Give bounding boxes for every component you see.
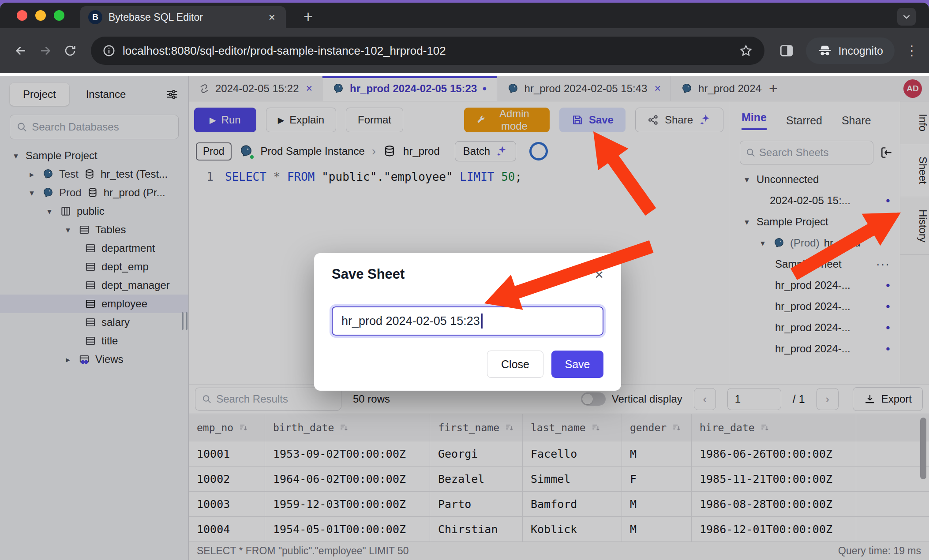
incognito-label: Incognito — [839, 45, 883, 57]
browser-tab-title: Bytebase SQL Editor — [109, 11, 260, 23]
browser-window: B Bytebase SQL Editor × + localhost:8080… — [0, 3, 929, 560]
bookmark-star-icon[interactable] — [739, 44, 753, 58]
sheet-name-input[interactable]: hr_prod 2024-02-05 15:23 — [332, 306, 603, 336]
incognito-badge: Incognito — [806, 37, 895, 64]
bytebase-favicon-icon: B — [88, 10, 102, 24]
text-cursor — [481, 314, 483, 329]
traffic-light-maximize[interactable] — [54, 10, 64, 21]
tab-search-chevron-icon[interactable] — [897, 8, 916, 26]
incognito-icon — [817, 43, 832, 58]
side-panel-icon[interactable] — [775, 41, 798, 61]
forward-icon[interactable] — [35, 41, 56, 61]
new-tab-button[interactable]: + — [303, 9, 313, 25]
url-bar[interactable]: localhost:8080/sql-editor/prod-sample-in… — [91, 37, 764, 65]
close-button[interactable]: Close — [487, 351, 543, 378]
browser-menu-icon[interactable]: ⋮ — [905, 49, 918, 53]
site-info-icon[interactable] — [102, 44, 116, 57]
back-icon[interactable] — [11, 41, 31, 61]
browser-tab[interactable]: B Bytebase SQL Editor × — [80, 6, 286, 28]
dialog-divider — [332, 293, 603, 293]
dialog-save-button[interactable]: Save — [551, 351, 603, 378]
traffic-light-close[interactable] — [17, 10, 27, 21]
dialog-close-icon[interactable]: × — [595, 267, 603, 282]
browser-toolbar: localhost:8080/sql-editor/prod-sample-in… — [0, 28, 929, 73]
traffic-light-minimize[interactable] — [35, 10, 46, 21]
dialog-title: Save Sheet — [332, 266, 405, 282]
reload-icon[interactable] — [60, 41, 80, 61]
tab-close-icon[interactable]: × — [266, 11, 278, 24]
save-sheet-dialog: Save Sheet × hr_prod 2024-02-05 15:23 Cl… — [314, 253, 621, 391]
window-controls — [17, 10, 64, 21]
browser-tab-strip: B Bytebase SQL Editor × + — [0, 3, 929, 28]
url-text[interactable]: localhost:8080/sql-editor/prod-sample-in… — [123, 44, 732, 58]
